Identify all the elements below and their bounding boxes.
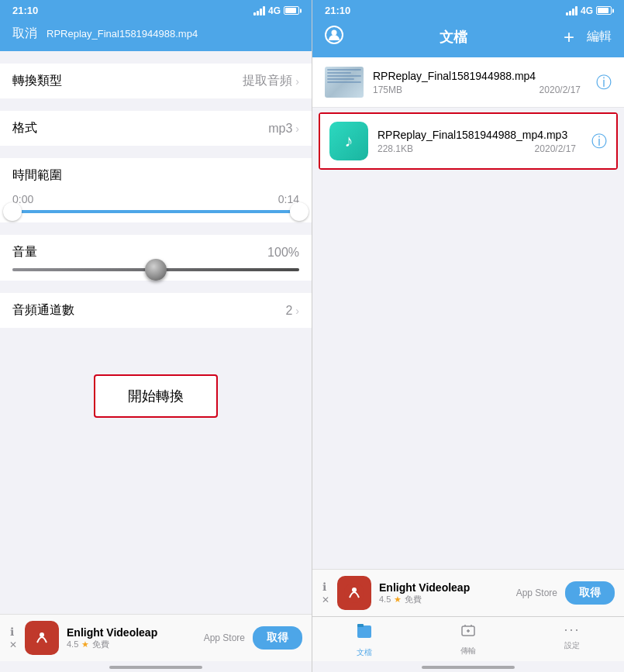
right-status-bar: 21:10 4G — [312, 0, 624, 19]
transfer-tab-icon — [459, 622, 477, 643]
time-values: 0:00 0:14 — [12, 193, 299, 205]
left-screen: 21:10 4G 取消 RPReplay_Final1581944988.mp4… — [0, 0, 312, 672]
file-details-0: RPReplay_Final1581944988.mp4 175MB 2020/… — [373, 70, 581, 95]
start-btn-container: 開始轉換 — [0, 351, 312, 441]
left-ad-banner: ℹ ✕ Enlight Videoleap 4.5 ★ 免費 App Store… — [0, 614, 312, 661]
volume-section: 音量 100% — [0, 235, 312, 281]
file-size-0: 175MB — [373, 84, 402, 95]
right-nav-title: 文檔 — [440, 28, 467, 47]
ad-info-icon[interactable]: ℹ — [10, 625, 14, 638]
chevron-right-icon: › — [295, 75, 299, 88]
volume-header: 音量 100% — [12, 244, 299, 260]
files-tab-icon — [355, 622, 374, 645]
profile-icon[interactable] — [325, 26, 343, 48]
add-button[interactable]: + — [564, 26, 574, 48]
time-slider[interactable] — [12, 210, 299, 213]
channels-value: 2 — [285, 304, 292, 318]
svg-rect-7 — [357, 624, 364, 627]
left-ad-store: App Store — [204, 632, 245, 643]
file-meta-0: 175MB 2020/2/17 — [373, 84, 581, 95]
video-thumbnail — [325, 67, 364, 98]
right-signal-icon — [566, 6, 577, 16]
left-status-right: 4G — [253, 5, 299, 16]
right-ad-info: Enlight Videoleap 4.5 ★ 免費 — [379, 581, 509, 605]
tab-files-label: 文檔 — [357, 647, 372, 658]
format-label: 格式 — [12, 120, 37, 136]
left-status-bar: 21:10 4G — [0, 0, 312, 19]
svg-point-1 — [40, 632, 44, 637]
right-ad-get-button[interactable]: 取得 — [565, 581, 615, 605]
file-item-0[interactable]: RPReplay_Final1581944988.mp4 175MB 2020/… — [312, 57, 624, 108]
channels-row[interactable]: 音頻通道數 2 › — [0, 293, 312, 328]
slider-thumb-right[interactable] — [290, 202, 309, 221]
left-ad-app-name: Enlight Videoleap — [67, 626, 196, 639]
right-ad-close-icon[interactable]: ✕ — [322, 594, 329, 605]
left-nav-title: RPReplay_Final1581944988.mp4 — [47, 28, 198, 40]
channels-value-container: 2 › — [285, 304, 299, 318]
tab-settings-label: 設定 — [564, 640, 580, 651]
volume-label: 音量 — [12, 244, 37, 260]
format-value-container: mp3 › — [268, 122, 299, 136]
right-network-label: 4G — [581, 5, 593, 16]
left-ad-get-button[interactable]: 取得 — [253, 626, 302, 650]
time-range-label: 時間範圍 — [12, 167, 62, 184]
right-ad-banner: ℹ ✕ Enlight Videoleap 4.5 ★ 免費 App Store… — [312, 569, 624, 616]
ad-controls: ℹ ✕ — [9, 625, 17, 650]
format-value: mp3 — [268, 122, 292, 136]
file-info-btn-1[interactable]: ⓘ — [591, 131, 607, 152]
format-row[interactable]: 格式 mp3 › — [0, 111, 312, 146]
file-name-1: RPReplay_Final1581944988_mp4.mp3 — [378, 129, 576, 141]
left-nav-bar: 取消 RPReplay_Final1581944988.mp4 — [0, 19, 312, 51]
file-thumb-0 — [325, 67, 364, 98]
right-ad-rating: 4.5 — [379, 594, 391, 604]
slider-thumb-left[interactable] — [3, 202, 22, 221]
conversion-type-value: 提取音頻 — [243, 73, 292, 89]
right-battery-icon — [596, 6, 612, 15]
right-time: 21:10 — [325, 5, 350, 16]
tab-files[interactable]: 文檔 — [312, 622, 416, 658]
right-nav-btns: + 編輯 — [564, 26, 612, 48]
cancel-button[interactable]: 取消 — [12, 26, 37, 42]
start-convert-button[interactable]: 開始轉換 — [94, 374, 218, 418]
right-star-icon: ★ — [394, 594, 402, 605]
edit-button[interactable]: 編輯 — [587, 29, 612, 45]
right-nav-bar: 文檔 + 編輯 — [312, 19, 624, 57]
left-ad-sub: 4.5 ★ 免費 — [67, 639, 196, 650]
file-item-1[interactable]: ♪ RPReplay_Final1581944988_mp4.mp3 228.1… — [320, 114, 616, 168]
tab-transfer[interactable]: 傳輸 — [416, 622, 520, 658]
file-name-0: RPReplay_Final1581944988.mp4 — [373, 70, 581, 82]
file-info-btn-0[interactable]: ⓘ — [596, 72, 612, 93]
music-thumb-1: ♪ — [329, 122, 368, 160]
channels-label: 音頻通道數 — [12, 302, 74, 319]
right-ad-store: App Store — [516, 588, 557, 598]
left-home-indicator — [109, 666, 202, 669]
conversion-type-row[interactable]: 轉換類型 提取音頻 › — [0, 64, 312, 98]
time-range-section: 時間範圍 0:00 0:14 — [0, 158, 312, 222]
tab-transfer-label: 傳輸 — [460, 646, 476, 656]
form-container: 轉換類型 提取音頻 › 格式 mp3 › 時間範圍 — [0, 51, 312, 614]
svg-point-5 — [352, 588, 357, 592]
right-screen: 21:10 4G 文檔 + 編輯 — [312, 0, 624, 672]
format-section: 格式 mp3 › — [0, 111, 312, 146]
right-ad-free: 免費 — [405, 594, 422, 605]
volume-thumb[interactable] — [145, 259, 167, 281]
network-label: 4G — [268, 5, 281, 16]
file-date-1: 2020/2/17 — [535, 143, 576, 154]
settings-tab-icon: ··· — [564, 622, 580, 638]
volume-slider[interactable] — [12, 268, 299, 271]
conversion-type-label: 轉換類型 — [12, 73, 62, 89]
file-date-0: 2020/2/17 — [540, 84, 581, 95]
left-time: 21:10 — [12, 5, 38, 16]
tab-settings[interactable]: ··· 設定 — [520, 622, 624, 658]
ad-close-icon[interactable]: ✕ — [9, 639, 17, 650]
right-ad-info-icon[interactable]: ℹ — [322, 581, 326, 593]
left-ad-rating: 4.5 — [67, 639, 78, 649]
right-home-indicator — [422, 666, 515, 669]
chevron-right-icon3: › — [295, 305, 299, 317]
right-ad-app-icon — [337, 576, 371, 610]
file-item-highlighted-wrapper: ♪ RPReplay_Final1581944988_mp4.mp3 228.1… — [319, 112, 618, 170]
file-size-1: 228.1KB — [378, 143, 413, 154]
left-ad-free: 免費 — [92, 639, 109, 650]
battery-icon — [284, 6, 299, 15]
volume-value: 100% — [267, 244, 299, 260]
